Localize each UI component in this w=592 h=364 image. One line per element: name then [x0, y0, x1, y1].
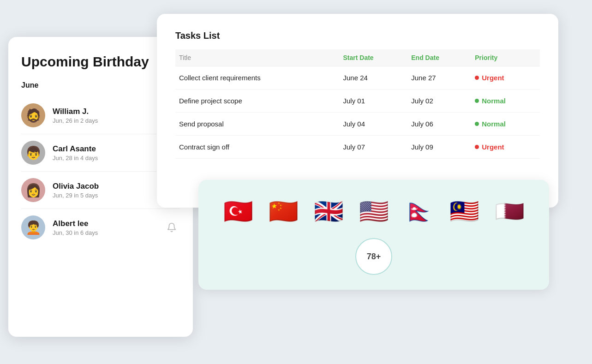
person-date: Jun, 26 in 2 days [53, 117, 156, 124]
task-title: Define project scope [175, 90, 340, 113]
person-info: Olivia Jacob Jun, 29 in 5 days [53, 182, 156, 199]
birthday-item: 👦 Carl Asante Jun, 28 in 4 days [21, 134, 180, 172]
task-start: June 24 [340, 66, 408, 90]
col-title: Title [175, 49, 340, 66]
flags-row: 🇹🇷🇨🇳🇬🇧🇺🇸🇳🇵🇲🇾🇶🇦 [220, 193, 528, 230]
task-end: July 06 [407, 113, 471, 136]
task-end: June 27 [407, 66, 471, 90]
flags-card: 🇹🇷🇨🇳🇬🇧🇺🇸🇳🇵🇲🇾🇶🇦 78+ [198, 180, 549, 290]
flag-qatar[interactable]: 🇶🇦 [491, 193, 528, 230]
avatar: 👦 [21, 141, 45, 165]
bell-icon[interactable] [163, 219, 180, 236]
person-name: William J. [53, 107, 156, 116]
tasks-card: Tasks List Title Start Date End Date Pri… [157, 14, 558, 208]
task-title: Send proposal [175, 113, 340, 136]
priority-dot [475, 99, 479, 103]
flag-turkey[interactable]: 🇹🇷 [220, 193, 257, 230]
table-row: Collect client requirements June 24 June… [175, 66, 540, 90]
avatar: 🧔 [21, 103, 45, 127]
avatar: 👩 [21, 178, 45, 202]
tasks-card-title: Tasks List [175, 30, 540, 41]
col-start-date: Start Date [340, 49, 408, 66]
person-date: Jun, 28 in 4 days [53, 155, 156, 161]
task-title: Collect client requirements [175, 66, 340, 90]
flag-united-states[interactable]: 🇺🇸 [355, 193, 392, 230]
person-info: William J. Jun, 26 in 2 days [53, 107, 156, 124]
task-start: July 01 [340, 90, 408, 113]
flags-more-count[interactable]: 78+ [355, 238, 392, 275]
priority-dot [475, 122, 479, 126]
table-row: Contract sign off July 07 July 09 Urgent [175, 136, 540, 159]
task-priority: Urgent [471, 66, 540, 90]
person-date: Jun, 30 in 6 days [53, 229, 156, 236]
flag-united-kingdom[interactable]: 🇬🇧 [310, 193, 347, 230]
person-info: Albert lee Jun, 30 in 6 days [53, 219, 156, 236]
task-priority: Urgent [471, 136, 540, 159]
task-start: July 04 [340, 113, 408, 136]
table-row: Define project scope July 01 July 02 Nor… [175, 90, 540, 113]
birthday-card-title: Upcoming Birthday [21, 54, 180, 70]
table-row: Send proposal July 04 July 06 Normal [175, 113, 540, 136]
flag-china[interactable]: 🇨🇳 [265, 193, 302, 230]
task-priority: Normal [471, 113, 540, 136]
birthday-list: 🧔 William J. Jun, 26 in 2 days 👦 Carl As… [21, 97, 180, 246]
avatar: 🧑‍🦱 [21, 215, 45, 239]
priority-dot [475, 145, 479, 149]
priority-dot [475, 76, 479, 80]
task-end: July 09 [407, 136, 471, 159]
col-priority: Priority [471, 49, 540, 66]
birthday-item: 👩 Olivia Jacob Jun, 29 in 5 days [21, 172, 180, 209]
person-name: Olivia Jacob [53, 182, 156, 191]
task-end: July 02 [407, 90, 471, 113]
flag-malaysia[interactable]: 🇲🇾 [446, 193, 483, 230]
flag-nepal[interactable]: 🇳🇵 [401, 193, 437, 230]
person-name: Carl Asante [53, 144, 156, 154]
month-label: June [21, 81, 180, 90]
task-title: Contract sign off [175, 136, 340, 159]
task-start: July 07 [340, 136, 408, 159]
person-info: Carl Asante Jun, 28 in 4 days [53, 144, 156, 161]
tasks-table: Title Start Date End Date Priority Colle… [175, 49, 540, 159]
person-name: Albert lee [53, 219, 156, 228]
person-date: Jun, 29 in 5 days [53, 192, 156, 199]
task-priority: Normal [471, 90, 540, 113]
birthday-item: 🧑‍🦱 Albert lee Jun, 30 in 6 days [21, 209, 180, 246]
col-end-date: End Date [407, 49, 471, 66]
tasks-body: Collect client requirements June 24 June… [175, 66, 540, 159]
birthday-item: 🧔 William J. Jun, 26 in 2 days [21, 97, 180, 134]
